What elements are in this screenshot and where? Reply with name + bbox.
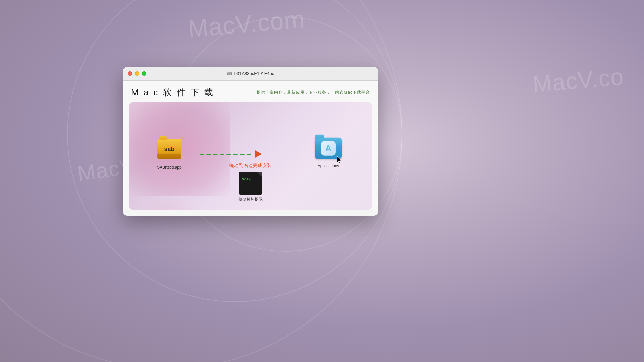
maximize-button[interactable] bbox=[142, 71, 146, 76]
cursor-icon bbox=[336, 156, 342, 164]
window-title: b31A83bcE191E4bc bbox=[227, 71, 274, 76]
applications-label: Applications bbox=[318, 164, 339, 168]
exec-file-icon: exec bbox=[239, 172, 262, 195]
disk-icon bbox=[227, 71, 232, 76]
svg-rect-2 bbox=[228, 73, 231, 75]
dashed-line bbox=[200, 150, 262, 158]
applications-folder-wrapper[interactable]: A Applications bbox=[315, 138, 342, 168]
window-header: M a c 软 件 下 载 提供丰富内容，最新应用，专业服务，一站式Mac下载平… bbox=[123, 81, 378, 102]
app-icon-wrapper[interactable]: sab SABnzbd.app bbox=[156, 136, 183, 170]
svg-point-1 bbox=[228, 72, 231, 73]
exec-file-wrapper[interactable]: exec 修复损坏提示 bbox=[238, 172, 263, 202]
site-title: M a c 软 件 下 载 bbox=[131, 87, 214, 98]
window-controls bbox=[128, 71, 146, 76]
exec-filename: 修复损坏提示 bbox=[238, 197, 263, 202]
dmg-install-area: sab SABnzbd.app bbox=[129, 102, 372, 210]
drag-arrow bbox=[200, 150, 262, 158]
watermark-3: MacV.co bbox=[532, 63, 625, 97]
drag-instruction-text: 拖动到右边完成安装 bbox=[229, 163, 272, 169]
minimize-button[interactable] bbox=[135, 71, 139, 76]
sabnzbd-label-text: sab bbox=[164, 145, 174, 152]
exec-corner-fold bbox=[257, 172, 262, 177]
site-subtitle: 提供丰富内容，最新应用，专业服务，一站式Mac下载平台 bbox=[257, 90, 370, 95]
arrow-head bbox=[255, 150, 262, 158]
dmg-bg-blob-2 bbox=[129, 196, 213, 210]
sabnzbd-stripe bbox=[157, 154, 181, 159]
folder-tab bbox=[315, 135, 324, 139]
folder-app-symbol: A bbox=[321, 141, 336, 156]
installer-window: b31A83bcE191E4bc M a c 软 件 下 载 提供丰富内容，最新… bbox=[123, 67, 378, 216]
folder-letter: A bbox=[325, 144, 332, 153]
sabnzbd-tab bbox=[159, 136, 167, 140]
sabnzbd-icon: sab bbox=[156, 136, 183, 162]
close-button[interactable] bbox=[128, 71, 132, 76]
exec-file-label: exec bbox=[242, 176, 251, 181]
app-filename: SABnzbd.app bbox=[157, 165, 181, 170]
titlebar: b31A83bcE191E4bc bbox=[123, 67, 378, 81]
sabnzbd-body: sab bbox=[157, 139, 181, 159]
window-body: M a c 软 件 下 载 提供丰富内容，最新应用，专业服务，一站式Mac下载平… bbox=[123, 81, 378, 210]
